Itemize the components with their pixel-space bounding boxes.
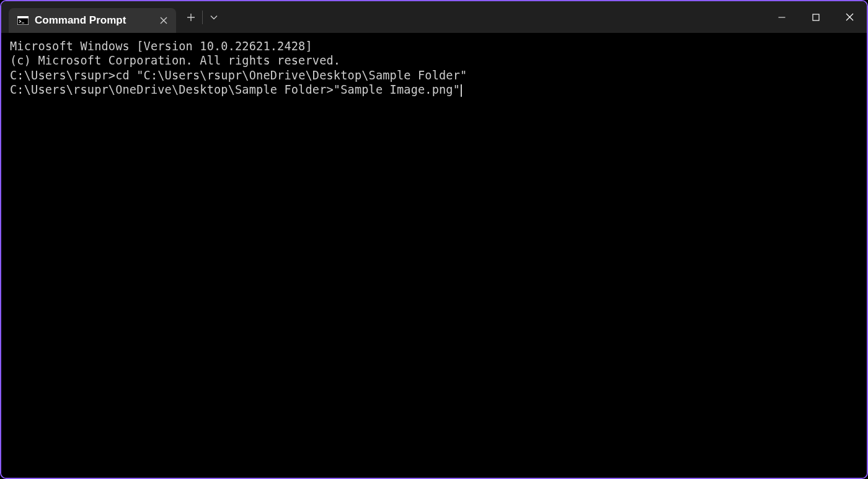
terminal-line: C:\Users\rsupr>cd "C:\Users\rsupr\OneDri… [10, 68, 858, 83]
terminal-line: Microsoft Windows [Version 10.0.22621.24… [10, 39, 858, 53]
tab-divider [202, 11, 203, 24]
close-button[interactable] [833, 1, 867, 33]
terminal-line: (c) Microsoft Corporation. All rights re… [10, 53, 858, 68]
prompt: C:\Users\rsupr\OneDrive\Desktop\Sample F… [10, 83, 334, 96]
tab-region: Command Prompt [1, 1, 224, 33]
tab-command-prompt[interactable]: Command Prompt [9, 8, 176, 33]
command-text: cd "C:\Users\rsupr\OneDrive\Desktop\Samp… [115, 69, 467, 82]
minimize-button[interactable] [764, 1, 799, 33]
titlebar: Command Prompt [1, 1, 867, 33]
cursor-icon [461, 84, 462, 97]
terminal-line: C:\Users\rsupr\OneDrive\Desktop\Sample F… [10, 83, 858, 97]
maximize-button[interactable] [799, 1, 833, 33]
svg-rect-1 [17, 16, 29, 19]
tab-actions [181, 1, 224, 33]
svg-rect-8 [813, 14, 819, 20]
prompt: C:\Users\rsupr> [10, 69, 115, 82]
tab-dropdown-button[interactable] [204, 7, 224, 27]
titlebar-drag-region[interactable] [224, 1, 764, 33]
new-tab-button[interactable] [181, 7, 201, 27]
terminal-icon [17, 15, 29, 26]
tab-title: Command Prompt [35, 14, 151, 27]
window-controls [764, 1, 867, 33]
terminal-content[interactable]: Microsoft Windows [Version 10.0.22621.24… [1, 33, 867, 478]
command-text: "Sample Image.png" [334, 83, 460, 96]
close-tab-icon[interactable] [157, 14, 170, 27]
